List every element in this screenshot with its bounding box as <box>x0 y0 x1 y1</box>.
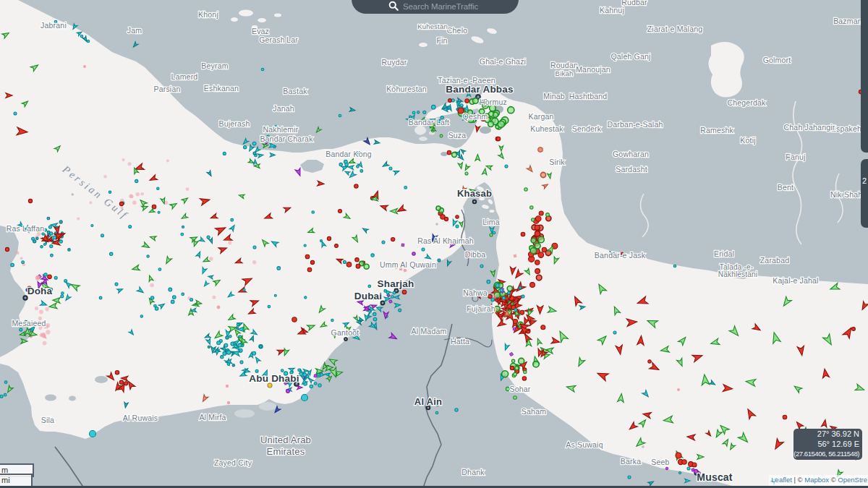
svg-text:Kajal-e Jahal: Kajal-e Jahal <box>773 276 818 285</box>
svg-text:Gantoot: Gantoot <box>331 328 359 337</box>
svg-text:Bastak: Bastak <box>283 87 307 95</box>
svg-text:Qaleh Ganj: Qaleh Ganj <box>610 52 650 61</box>
svg-text:Bent: Bent <box>778 183 793 192</box>
svg-text:Lar: Lar <box>286 35 298 44</box>
svg-text:Al Mirfa: Al Mirfa <box>199 413 226 421</box>
svg-text:Bandar Abbas: Bandar Abbas <box>446 84 513 95</box>
svg-text:Fin: Fin <box>436 36 447 45</box>
svg-text:Espakeh: Espakeh <box>831 124 861 133</box>
svg-text:Zarabad: Zarabad <box>760 256 790 265</box>
svg-text:Gowharan: Gowharan <box>613 150 649 158</box>
svg-text:As Suwaiq: As Suwaiq <box>566 440 603 449</box>
svg-text:Al Ain: Al Ain <box>414 396 442 407</box>
svg-text:Dibba: Dibba <box>465 250 485 259</box>
svg-text:Ras Laffan: Ras Laffan <box>7 224 45 233</box>
svg-text:Nakhlestani: Nakhlestani <box>718 270 757 278</box>
svg-text:Sirik: Sirik <box>549 158 565 166</box>
svg-text:Parsian: Parsian <box>153 85 180 93</box>
svg-text:Bandar Laft: Bandar Laft <box>409 118 450 127</box>
svg-text:Eridal: Eridal <box>714 249 734 258</box>
svg-text:Khonj: Khonj <box>198 10 218 19</box>
svg-text:Lamerd: Lamerd <box>171 72 198 81</box>
svg-text:Chah Jahangir: Chah Jahangir <box>784 123 835 132</box>
svg-text:Chelo: Chelo <box>447 26 467 35</box>
svg-text:Qeshm: Qeshm <box>463 112 488 121</box>
svg-text:Bandar Kong: Bandar Kong <box>326 150 372 158</box>
svg-text:Ras Al Khaimah: Ras Al Khaimah <box>417 236 474 245</box>
svg-text:Saham: Saham <box>522 407 546 416</box>
svg-text:United Arab: United Arab <box>260 435 311 445</box>
svg-text:Fujairah: Fujairah <box>467 304 495 313</box>
svg-text:Nakhlemir: Nakhlemir <box>263 125 298 134</box>
svg-text:Hormuz: Hormuz <box>480 98 507 106</box>
svg-text:Janah: Janah <box>273 104 294 113</box>
svg-text:Nahwa: Nahwa <box>463 288 488 297</box>
svg-text:Sharjah: Sharjah <box>378 278 414 289</box>
svg-text:Evaz: Evaz <box>252 27 269 35</box>
svg-text:Bikah: Bikah <box>556 69 574 77</box>
svg-text:Kohurestan: Kohurestan <box>386 85 427 93</box>
svg-text:Hashtband: Hashtband <box>569 92 608 100</box>
svg-text:Sohar: Sohar <box>509 385 530 393</box>
svg-text:Kuhestak: Kuhestak <box>530 124 563 133</box>
svg-text:Sardasht: Sardasht <box>616 165 647 174</box>
svg-text:Hatta: Hatta <box>451 337 469 346</box>
svg-text:Ruydar: Ruydar <box>381 58 407 67</box>
svg-text:Suza: Suza <box>448 131 467 140</box>
svg-text:Barka: Barka <box>621 457 641 466</box>
svg-text:Muscat: Muscat <box>697 471 733 483</box>
svg-text:Eshkanan: Eshkanan <box>204 84 239 93</box>
svg-text:Lima: Lima <box>482 218 500 226</box>
svg-text:Bujerash: Bujerash <box>218 119 250 128</box>
svg-text:Ziarat-e Malang: Ziarat-e Malang <box>647 25 703 33</box>
svg-text:Khasab: Khasab <box>457 188 492 199</box>
svg-text:Bandar-e Jask: Bandar-e Jask <box>595 251 646 260</box>
svg-text:Dubai: Dubai <box>354 291 383 301</box>
svg-text:Ghal-e Ghazi: Ghal-e Ghazi <box>480 57 526 66</box>
svg-text:Umm Al Quwain: Umm Al Quwain <box>380 260 436 269</box>
svg-text:Jam: Jam <box>127 26 142 35</box>
svg-text:Mesaieed: Mesaieed <box>12 319 46 328</box>
svg-text:Jabrani: Jabrani <box>41 21 67 30</box>
svg-text:Seeb: Seeb <box>651 458 669 466</box>
svg-text:Rudbar: Rudbar <box>621 0 647 7</box>
svg-text:Kuhestan: Kuhestan <box>417 22 448 30</box>
svg-text:Manoujan: Manoujan <box>576 65 610 74</box>
svg-text:Doha: Doha <box>27 286 53 296</box>
svg-text:Emirates: Emirates <box>267 446 305 457</box>
svg-text:Kargan: Kargan <box>528 112 553 121</box>
svg-text:Golmort: Golmort <box>763 56 791 64</box>
svg-text:Senderk: Senderk <box>572 124 602 133</box>
svg-text:Beyram: Beyram <box>201 61 228 70</box>
svg-text:Zayed City: Zayed City <box>214 458 252 467</box>
svg-text:Gerash: Gerash <box>259 35 285 44</box>
svg-text:Kahnuj: Kahnuj <box>600 6 624 14</box>
svg-text:Darban-e-Salah: Darban-e-Salah <box>608 120 663 129</box>
svg-text:Al Ruwais: Al Ruwais <box>123 414 158 422</box>
svg-text:Bandar Charak: Bandar Charak <box>260 134 313 143</box>
svg-text:Sila: Sila <box>41 416 54 424</box>
svg-text:Abu Dhabi: Abu Dhabi <box>249 373 299 384</box>
svg-text:Roudan: Roudan <box>550 61 578 69</box>
svg-text:Rameshk: Rameshk <box>700 126 733 134</box>
svg-text:Fanuj: Fanuj <box>786 153 805 161</box>
svg-text:Bazman: Bazman <box>833 17 862 25</box>
svg-text:Chegerdak: Chegerdak <box>727 98 766 107</box>
svg-text:Minab: Minab <box>543 92 565 100</box>
svg-text:Dhank: Dhank <box>461 468 485 476</box>
svg-text:Tazian-e -Paeen: Tazian-e -Paeen <box>438 76 495 85</box>
svg-text:Kotij: Kotij <box>740 136 755 145</box>
svg-text:Al Madam: Al Madam <box>412 327 447 335</box>
